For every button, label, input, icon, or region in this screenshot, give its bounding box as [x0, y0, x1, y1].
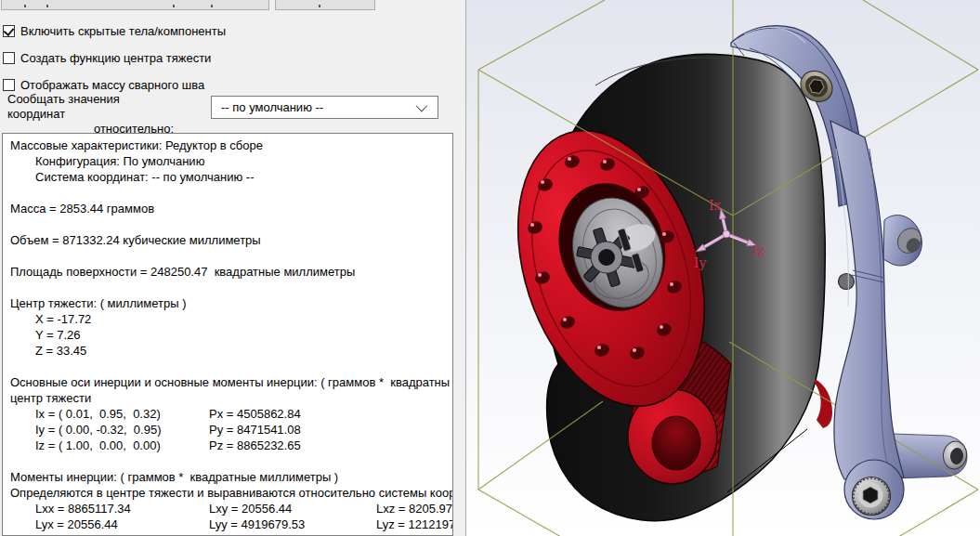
report-line [10, 248, 452, 264]
checkbox-label: Включить скрытые тела/компоненты [20, 24, 226, 38]
axis-label-iz: Iz [752, 243, 764, 258]
report-line: Центр тяжести: ( миллиметры ) [10, 295, 452, 311]
button-text-fragment [173, 5, 175, 7]
lower-shaft-sleeve [893, 434, 968, 478]
chevron-down-icon [416, 100, 428, 112]
button-text-fragment [46, 5, 48, 7]
report-line [10, 359, 452, 374]
report-line [10, 280, 452, 295]
checkbox-box[interactable] [3, 79, 15, 91]
report-line: Моменты инерции: ( граммов * квадратные … [10, 469, 452, 485]
axis-label-ix: Ix [709, 198, 722, 213]
toolbar-button-partial-1[interactable] [1, 0, 269, 10]
report-line: Основные оси инерции и основные моменты … [10, 374, 452, 390]
checkbox-label: Создать функцию центра тяжести [20, 51, 211, 65]
report-line: Конфигурация: По умолчанию [10, 153, 452, 169]
mass-properties-report[interactable]: Массовые характеристики: Редуктор в сбор… [2, 133, 453, 536]
report-line: Массовые характеристики: Редуктор в сбор… [10, 137, 452, 153]
report-line: Определяются в центре тяжести и выравнив… [10, 485, 452, 501]
checkbox-create-com-feature[interactable]: Создать функцию центра тяжести [3, 51, 211, 65]
checkbox-include-hidden-bodies[interactable]: Включить скрытые тела/компоненты [3, 24, 226, 38]
report-line: Iz = ( 1.00, 0.00, 0.00)Pz = 8865232.65 [10, 438, 452, 453]
cone-bore [652, 416, 700, 470]
report-line: Масса = 2853.44 граммов [10, 201, 452, 216]
coordinate-system-dropdown[interactable]: -- по умолчанию -- [211, 96, 438, 119]
report-line: Система координат: -- по умолчанию -- [10, 169, 452, 185]
dropdown-selected-value: -- по умолчанию -- [212, 100, 416, 114]
report-line: Iy = ( 0.00, -0.32, 0.95)Py = 8471541.08 [10, 422, 452, 438]
report-line [10, 216, 452, 232]
report-line: Lyx = 20556.44Lyy = 4919679.53Lyz = 1212… [10, 516, 452, 532]
report-line: центр тяжести [10, 390, 452, 406]
rear-bolt-icon [839, 274, 855, 290]
button-text-fragment [319, 5, 320, 7]
checkbox-box[interactable] [3, 25, 15, 37]
toolbar-button-partial-2[interactable] [275, 0, 375, 10]
report-line: Ix = ( 0.01, 0.95, 0.32)Px = 4505862.84 [10, 406, 452, 422]
gearbox-assembly-view: Ix Iy Iz [466, 0, 980, 536]
button-text-fragment [211, 5, 213, 7]
report-line: Z = 33.45 [10, 343, 452, 359]
triad-origin [723, 230, 730, 238]
report-line: Lzx = 8205.97Lzy = 1212197.52Lzz = 88579… [10, 532, 452, 536]
checkbox-box[interactable] [3, 52, 15, 64]
mass-properties-dialog: Включить скрытые тела/компоненты Создать… [0, 0, 465, 536]
3d-viewport[interactable]: Ix Iy Iz [465, 0, 980, 536]
report-line: X = -17.72 [10, 311, 452, 327]
checkbox-label: Отображать массу сварного шва [20, 78, 204, 92]
report-coords-relative-label: Сообщать значения координат относительно… [7, 92, 179, 137]
button-text-fragment [24, 5, 26, 7]
report-line: Y = 7.26 [10, 327, 452, 343]
axis-label-iy: Iy [694, 255, 707, 270]
checkbox-show-weld-mass[interactable]: Отображать массу сварного шва [3, 78, 204, 92]
checkmark-icon [4, 25, 15, 36]
report-line: Lxx = 8865117.34Lxy = 20556.44Lxz = 8205… [10, 501, 452, 516]
report-line: Объем = 871332.24 кубические миллиметры [10, 232, 452, 248]
report-line [10, 185, 452, 201]
report-line [10, 453, 452, 469]
report-text: Массовые характеристики: Редуктор в сбор… [3, 134, 452, 536]
bracket-bottom-bolt [853, 477, 891, 516]
report-line: Площадь поверхности = 248250.47 квадратн… [10, 264, 452, 280]
